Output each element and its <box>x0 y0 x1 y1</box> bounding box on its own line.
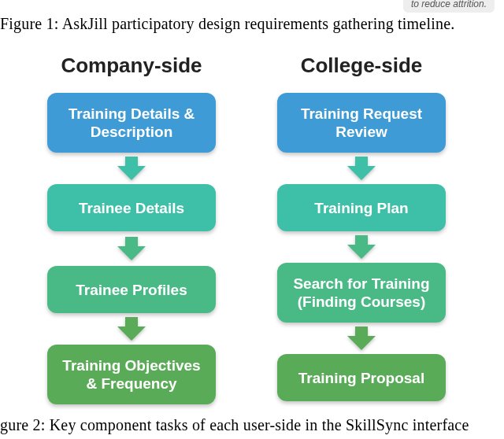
arrow-down-icon <box>347 235 376 259</box>
column-company-side: Company-side Training Details & Descript… <box>41 52 222 404</box>
column-header-college: College-side <box>301 52 423 79</box>
box-company-training-objectives: Training Objectives & Frequency <box>47 345 216 404</box>
box-company-training-details: Training Details & Description <box>47 93 216 153</box>
box-college-training-plan: Training Plan <box>277 184 446 231</box>
box-college-training-request-review: Training Request Review <box>277 93 446 153</box>
arrow-wrap <box>271 154 452 183</box>
box-college-training-proposal: Training Proposal <box>277 354 446 401</box>
arrow-down-icon <box>347 326 376 350</box>
column-header-company: Company-side <box>61 52 202 79</box>
box-company-trainee-details: Trainee Details <box>47 184 216 231</box>
arrow-wrap <box>41 315 222 343</box>
box-company-trainee-profiles: Trainee Profiles <box>47 266 216 313</box>
arrow-wrap <box>41 233 222 264</box>
arrow-down-icon <box>117 317 146 341</box>
arrow-wrap <box>41 154 222 183</box>
column-college-side: College-side Training Request Review Tra… <box>271 52 452 401</box>
cropped-snippet-pill: to reduce attrition. <box>403 0 495 13</box>
figure-2-caption: gure 2: Key component tasks of each user… <box>0 415 469 434</box>
box-college-search-for-training: Search for Training (Finding Courses) <box>277 263 446 323</box>
figure-2-diagram: Company-side Training Details & Descript… <box>0 52 504 411</box>
arrow-wrap <box>271 233 452 261</box>
arrow-down-icon <box>117 237 146 260</box>
arrow-down-icon <box>117 157 146 180</box>
arrow-wrap <box>271 324 452 352</box>
arrow-down-icon <box>347 157 376 180</box>
figure-1-caption: Figure 1: AskJill participatory design r… <box>0 14 454 33</box>
